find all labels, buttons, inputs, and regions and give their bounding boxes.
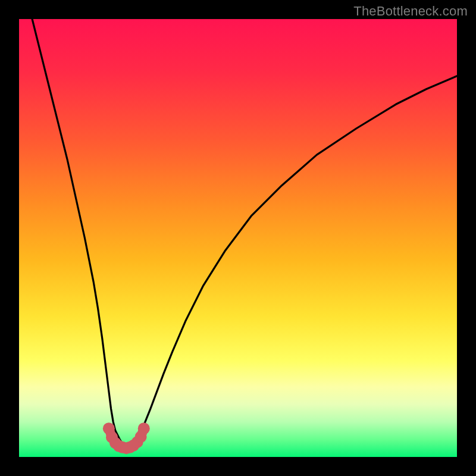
bottom-highlight-dots — [103, 422, 150, 454]
right-curve — [129, 76, 457, 449]
highlight-dot — [138, 422, 150, 434]
chart-plot-area — [19, 19, 457, 457]
watermark-text: TheBottleneck.com — [353, 4, 468, 19]
left-curve — [32, 19, 129, 448]
chart-frame: TheBottleneck.com — [0, 0, 476, 476]
chart-svg — [19, 19, 457, 457]
